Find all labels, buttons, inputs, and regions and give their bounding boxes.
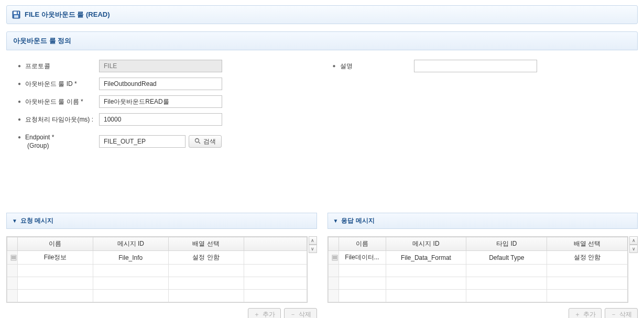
rule-id-label: 아웃바운드 룰 ID * bbox=[25, 80, 77, 88]
plus-icon: ＋ bbox=[254, 310, 260, 319]
request-table: 이름 메시지 ID 배열 선택 File정보 bbox=[7, 237, 307, 302]
table-row[interactable] bbox=[7, 290, 307, 302]
row-handle[interactable] bbox=[328, 251, 339, 265]
add-button-label: 추가 bbox=[583, 310, 596, 319]
add-button: ＋ 추가 bbox=[248, 308, 281, 318]
bullet-icon: ● bbox=[18, 80, 21, 88]
response-col-msgid: 메시지 ID bbox=[386, 237, 466, 251]
request-col-extra bbox=[244, 237, 307, 251]
page-title: FILE 아웃바운드 룰 (READ) bbox=[25, 10, 110, 19]
table-row[interactable] bbox=[328, 290, 628, 302]
add-button: ＋ 추가 bbox=[569, 308, 602, 318]
bullet-icon: ● bbox=[18, 62, 21, 70]
request-panel-header[interactable]: ▼ 요청 메시지 bbox=[6, 213, 317, 229]
request-cell-extra[interactable] bbox=[244, 251, 307, 265]
response-cell-msgid[interactable]: File_Data_Format bbox=[386, 251, 466, 265]
description-label: 설명 bbox=[340, 62, 353, 70]
table-row[interactable]: File정보 File_Info 설정 안함 bbox=[7, 251, 307, 265]
bullet-icon: ● bbox=[18, 133, 21, 141]
rule-id-field[interactable] bbox=[99, 78, 222, 90]
response-panel-header[interactable]: ▼ 응답 메시지 bbox=[328, 213, 638, 229]
response-col-array: 배열 선택 bbox=[547, 237, 628, 251]
endpoint-label: Endpoint * bbox=[25, 134, 54, 141]
endpoint-field[interactable] bbox=[99, 135, 185, 148]
search-icon bbox=[194, 138, 201, 146]
request-panel: ▼ 요청 메시지 이름 bbox=[6, 213, 317, 318]
minus-icon: － bbox=[610, 310, 617, 319]
page-header: FILE 아웃바운드 룰 (READ) bbox=[6, 5, 638, 24]
scroll-down-button[interactable]: ∨ bbox=[629, 245, 638, 253]
request-cell-name[interactable]: File정보 bbox=[18, 251, 93, 265]
protocol-label: 프로토콜 bbox=[25, 62, 50, 70]
delete-button: － 삭제 bbox=[284, 308, 317, 318]
collapse-icon: ▼ bbox=[333, 218, 339, 224]
table-row[interactable] bbox=[7, 277, 307, 290]
request-panel-title: 요청 메시지 bbox=[20, 216, 53, 225]
bullet-icon: ● bbox=[18, 115, 21, 124]
delete-button-label: 삭제 bbox=[619, 310, 632, 319]
response-panel-title: 응답 메시지 bbox=[341, 216, 374, 225]
request-col-array: 배열 선택 bbox=[168, 237, 244, 251]
rule-name-field[interactable] bbox=[99, 95, 222, 108]
svg-rect-9 bbox=[12, 258, 16, 259]
svg-line-5 bbox=[199, 142, 200, 144]
table-row[interactable] bbox=[328, 265, 628, 277]
request-col-name: 이름 bbox=[18, 237, 93, 251]
svg-rect-1 bbox=[14, 12, 19, 14]
collapse-icon: ▼ bbox=[12, 218, 17, 224]
scroll-up-button[interactable]: ∧ bbox=[309, 236, 317, 245]
scroll-up-button[interactable]: ∧ bbox=[629, 236, 638, 245]
delete-button: － 삭제 bbox=[605, 308, 638, 318]
request-col-msgid: 메시지 ID bbox=[93, 237, 168, 251]
plus-icon: ＋ bbox=[574, 310, 581, 319]
svg-rect-11 bbox=[333, 256, 337, 257]
endpoint-sub-label: (Group) bbox=[27, 142, 49, 149]
minus-icon: － bbox=[290, 310, 296, 319]
bullet-icon: ● bbox=[333, 62, 336, 70]
response-cell-array[interactable]: 설정 안함 bbox=[547, 251, 628, 265]
table-row[interactable]: File데이터... File_Data_Format Default Type… bbox=[328, 251, 628, 265]
row-handle[interactable] bbox=[7, 251, 18, 265]
request-cell-array[interactable]: 설정 안함 bbox=[168, 251, 244, 265]
svg-rect-3 bbox=[17, 12, 18, 14]
row-handle-header bbox=[328, 237, 339, 251]
definition-body: ● 프로토콜 ● 아웃바운드 룰 ID * ● 아웃바운드 룰 이름 * bbox=[6, 50, 638, 207]
request-cell-msgid[interactable]: File_Info bbox=[93, 251, 168, 265]
svg-rect-7 bbox=[12, 256, 16, 257]
timeout-label: 요청처리 타임아웃(ms) : bbox=[25, 115, 93, 124]
svg-rect-2 bbox=[14, 15, 18, 18]
svg-rect-12 bbox=[333, 257, 337, 258]
description-field[interactable] bbox=[414, 60, 537, 72]
response-table: 이름 메시지 ID 타입 ID 배열 선택 File데 bbox=[328, 237, 628, 302]
svg-point-4 bbox=[195, 138, 199, 142]
save-icon[interactable] bbox=[12, 10, 20, 19]
response-panel: ▼ 응답 메시지 이름 메시지 ID bbox=[328, 213, 638, 318]
search-button[interactable]: 검색 bbox=[189, 135, 222, 148]
bullet-icon: ● bbox=[18, 97, 21, 106]
svg-rect-13 bbox=[333, 258, 337, 259]
response-cell-typeid[interactable]: Default Type bbox=[466, 251, 547, 265]
definition-title: 아웃바운드 룰 정의 bbox=[13, 37, 71, 45]
response-cell-name[interactable]: File데이터... bbox=[339, 251, 386, 265]
delete-button-label: 삭제 bbox=[299, 310, 311, 319]
scroll-down-button[interactable]: ∨ bbox=[309, 245, 317, 253]
response-col-name: 이름 bbox=[339, 237, 386, 251]
search-button-label: 검색 bbox=[203, 137, 216, 146]
timeout-field[interactable] bbox=[99, 113, 222, 126]
add-button-label: 추가 bbox=[263, 310, 275, 319]
table-row[interactable] bbox=[7, 265, 307, 277]
table-row[interactable] bbox=[328, 277, 628, 290]
response-col-typeid: 타입 ID bbox=[466, 237, 547, 251]
protocol-field bbox=[99, 60, 222, 72]
svg-rect-8 bbox=[12, 257, 16, 258]
row-handle-header bbox=[7, 237, 18, 251]
rule-name-label: 아웃바운드 룰 이름 * bbox=[25, 97, 83, 106]
definition-header: 아웃바운드 룰 정의 bbox=[6, 31, 638, 50]
